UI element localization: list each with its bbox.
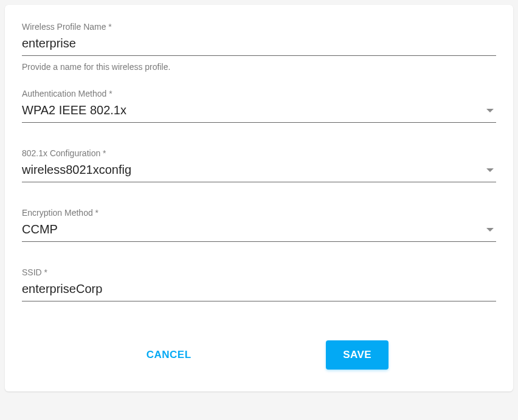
profile-name-field: Wireless Profile Name * bbox=[22, 22, 496, 56]
config-8021x-select[interactable]: wireless8021xconfig bbox=[22, 162, 496, 182]
auth-method-select[interactable]: WPA2 IEEE 802.1x bbox=[22, 102, 496, 123]
profile-name-helper: Provide a name for this wireless profile… bbox=[22, 62, 496, 72]
config-8021x-field: 802.1x Configuration * wireless8021xconf… bbox=[22, 148, 496, 182]
profile-name-input-wrap[interactable] bbox=[22, 35, 496, 56]
encryption-value: CCMP bbox=[22, 221, 486, 238]
profile-name-input[interactable] bbox=[22, 35, 496, 52]
chevron-down-icon bbox=[486, 228, 494, 232]
chevron-down-icon bbox=[486, 109, 494, 112]
cancel-button[interactable]: Cancel bbox=[130, 340, 209, 370]
wireless-profile-form: Wireless Profile Name * Provide a name f… bbox=[5, 5, 513, 391]
auth-method-field: Authentication Method * WPA2 IEEE 802.1x bbox=[22, 89, 496, 123]
auth-method-value: WPA2 IEEE 802.1x bbox=[22, 102, 486, 119]
chevron-down-icon bbox=[486, 168, 494, 172]
encryption-label: Encryption Method * bbox=[22, 208, 496, 218]
encryption-field: Encryption Method * CCMP bbox=[22, 208, 496, 242]
ssid-input-wrap[interactable] bbox=[22, 281, 496, 301]
button-row: Cancel Save bbox=[22, 340, 496, 370]
encryption-select[interactable]: CCMP bbox=[22, 221, 496, 242]
ssid-label: SSID * bbox=[22, 267, 496, 277]
ssid-input[interactable] bbox=[22, 281, 496, 297]
ssid-field: SSID * bbox=[22, 267, 496, 301]
auth-method-label: Authentication Method * bbox=[22, 89, 496, 98]
save-button[interactable]: Save bbox=[326, 340, 388, 370]
profile-name-label: Wireless Profile Name * bbox=[22, 22, 496, 32]
config-8021x-value: wireless8021xconfig bbox=[22, 162, 486, 178]
config-8021x-label: 802.1x Configuration * bbox=[22, 148, 496, 158]
